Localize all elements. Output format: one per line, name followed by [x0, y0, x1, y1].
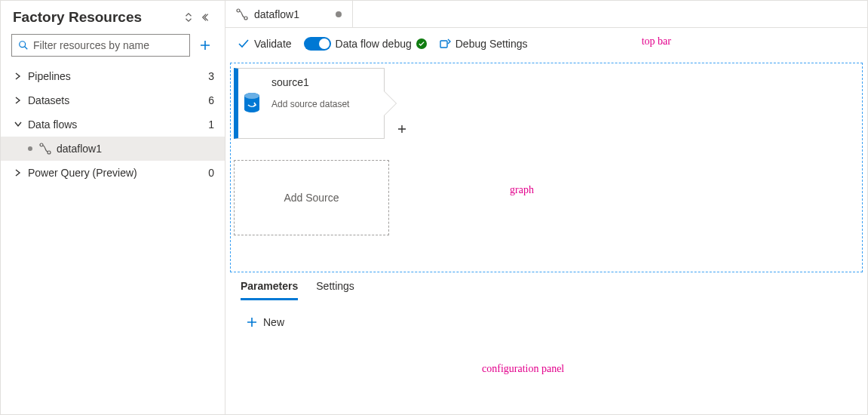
filter-box[interactable] — [11, 34, 190, 57]
resource-tree: Pipelines 3 Datasets 6 Data flows 1 data… — [1, 63, 225, 185]
chevron-down-icon — [13, 121, 23, 128]
debug-settings-label: Debug Settings — [455, 38, 528, 50]
graph-canvas[interactable]: source1 Add source dataset Add Source gr… — [230, 63, 863, 272]
tree-node-dataflows[interactable]: Data flows 1 — [1, 112, 225, 137]
tree-count: 3 — [208, 70, 214, 82]
new-label: New — [263, 316, 284, 328]
check-icon — [238, 38, 250, 50]
config-panel: Parameters Settings New configuration pa… — [225, 272, 867, 414]
tree-label: dataflow1 — [57, 143, 214, 155]
tree-node-pipelines[interactable]: Pipelines 3 — [1, 64, 225, 88]
dataflow-icon — [236, 8, 248, 20]
tree-node-powerquery[interactable]: Power Query (Preview) 0 — [1, 161, 225, 185]
tree-node-datasets[interactable]: Datasets 6 — [1, 88, 225, 112]
sidebar-title: Factory Resources — [13, 9, 179, 26]
tree-count: 0 — [208, 167, 214, 179]
debug-toggle[interactable]: Data flow debug — [304, 37, 427, 51]
dataflow-icon — [38, 143, 52, 155]
sidebar: Factory Resources Pipelines 3 Datasets 6 — [1, 1, 225, 414]
tab-parameters[interactable]: Parameters — [241, 280, 298, 300]
svg-rect-6 — [440, 41, 447, 48]
validate-label: Validate — [254, 38, 292, 50]
tree-label: Pipelines — [28, 70, 208, 82]
tab-settings[interactable]: Settings — [316, 280, 354, 300]
tree-label: Power Query (Preview) — [28, 167, 208, 179]
add-source-label: Add Source — [284, 192, 339, 204]
main-area: dataflow1 Validate Data flow debug Debug… — [225, 1, 867, 414]
tab-dataflow1[interactable]: dataflow1 — [225, 1, 353, 27]
chevron-right-icon — [13, 72, 23, 80]
tree-leaf-dataflow1[interactable]: dataflow1 — [1, 137, 225, 161]
svg-point-8 — [244, 93, 259, 99]
debug-settings-icon — [439, 38, 451, 50]
validate-button[interactable]: Validate — [238, 38, 292, 50]
svg-point-5 — [244, 17, 247, 20]
config-tabs: Parameters Settings — [229, 272, 864, 301]
collapse-sidebar-icon[interactable] — [198, 8, 216, 26]
annotation-graph: graph — [510, 184, 534, 196]
annotation-config: configuration panel — [482, 363, 564, 375]
tab-strip: dataflow1 — [225, 1, 867, 28]
node-body: source1 Add source dataset — [265, 69, 355, 138]
toggle-switch-icon — [304, 37, 331, 51]
node-subtitle: Add source dataset — [271, 99, 349, 109]
add-step-button[interactable] — [397, 124, 406, 134]
new-parameter-button[interactable]: New — [247, 316, 864, 328]
svg-point-0 — [20, 42, 26, 48]
chevron-right-icon — [13, 97, 23, 104]
debug-settings-button[interactable]: Debug Settings — [439, 38, 528, 50]
expand-all-icon[interactable] — [179, 8, 198, 26]
svg-line-1 — [25, 47, 28, 50]
tree-count: 6 — [208, 94, 214, 106]
tree-label: Data flows — [28, 118, 208, 131]
tree-count: 1 — [208, 118, 214, 131]
top-bar: Validate Data flow debug Debug Settings … — [225, 28, 867, 60]
dirty-dot-icon — [336, 11, 342, 17]
filter-row — [1, 31, 225, 63]
svg-point-3 — [48, 151, 51, 154]
svg-point-2 — [40, 143, 43, 146]
svg-point-4 — [237, 9, 240, 12]
search-icon — [18, 40, 29, 51]
datasource-icon — [238, 69, 265, 138]
add-resource-button[interactable] — [195, 35, 216, 56]
plus-icon — [247, 317, 257, 327]
sidebar-header: Factory Resources — [1, 1, 225, 31]
node-title: source1 — [271, 76, 349, 88]
status-ok-icon — [416, 38, 427, 49]
debug-label: Data flow debug — [336, 38, 412, 50]
dirty-dot-icon — [28, 146, 32, 151]
filter-input[interactable] — [33, 39, 183, 51]
chevron-right-icon — [13, 169, 23, 177]
tab-label: dataflow1 — [254, 8, 299, 20]
add-source-button[interactable]: Add Source — [234, 160, 389, 235]
annotation-top: top bar — [642, 35, 671, 48]
source-node[interactable]: source1 Add source dataset — [234, 68, 385, 139]
tree-label: Datasets — [28, 94, 208, 106]
